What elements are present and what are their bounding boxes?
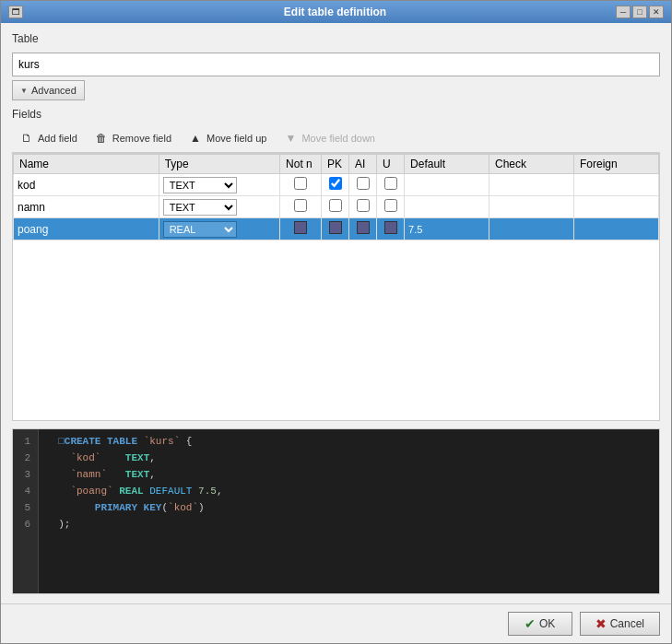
sql-close-paren: );: [58, 519, 70, 530]
table-row[interactable]: namnTEXTREALINTEGERBLOBNUMERIC: [14, 196, 659, 218]
field-type-cell: TEXTREALINTEGERBLOBNUMERIC: [159, 218, 279, 240]
col-default: Default: [405, 155, 489, 174]
sql-poang-name: `poang`: [70, 486, 112, 497]
sql-primary-key: PRIMARY KEY: [70, 502, 161, 513]
fields-table-container: Name Type Not n PK AI U Default Check Fo…: [12, 153, 660, 421]
table-section: Table ▼ Advanced: [12, 32, 660, 100]
table-label: Table: [12, 32, 660, 45]
close-button[interactable]: ✕: [649, 6, 664, 18]
sql-default-val: 7.5: [198, 486, 217, 497]
selected-checkbox-pk[interactable]: [329, 221, 342, 234]
add-field-button[interactable]: 🗋 Add field: [12, 128, 85, 148]
move-down-icon: ▼: [283, 131, 298, 146]
table-row[interactable]: kodTEXTREALINTEGERBLOBNUMERIC: [14, 174, 659, 196]
window-body: Table ▼ Advanced Fields 🗋 Add field 🗑: [1, 23, 671, 603]
field-type-select[interactable]: TEXTREALINTEGERBLOBNUMERIC: [163, 177, 237, 193]
ok-button[interactable]: ✔ OK: [508, 612, 572, 636]
field-name-cell: namn: [14, 196, 159, 218]
sql-content[interactable]: □CREATE TABLE `kurs` { `kod` TEXT, `namn…: [39, 429, 659, 593]
sql-bracket-open: [46, 436, 58, 447]
field-foreign-cell: [574, 174, 659, 196]
sql-pk-field: `kod`: [168, 502, 198, 513]
checkbox-not_null[interactable]: [294, 177, 307, 190]
remove-field-label: Remove field: [112, 133, 171, 144]
field-default-cell: [405, 174, 489, 196]
checkbox-u[interactable]: [384, 177, 397, 190]
field-u-cell: [377, 218, 405, 240]
checkbox-pk[interactable]: [329, 177, 342, 190]
field-pk-cell: [322, 218, 349, 240]
advanced-label: Advanced: [31, 85, 77, 96]
sql-open-brace: {: [186, 436, 193, 447]
sql-table-name: `kurs`: [144, 436, 181, 447]
field-ai-cell: [349, 196, 377, 218]
line-num-2: 2: [20, 450, 30, 466]
col-name: Name: [14, 155, 159, 174]
field-check-cell: [489, 174, 574, 196]
bottom-bar: ✔ OK ✖ Cancel: [1, 603, 671, 643]
col-notnull: Not n: [280, 155, 322, 174]
field-name-cell: poang: [14, 218, 159, 240]
window-title: Edit table definition: [54, 6, 616, 18]
cancel-button[interactable]: ✖ Cancel: [580, 612, 660, 636]
advanced-button[interactable]: ▼ Advanced: [12, 80, 85, 100]
title-bar: 🗖 Edit table definition ─ □ ✕: [1, 1, 671, 23]
move-field-down-button[interactable]: ▼ Move field down: [276, 128, 383, 148]
checkbox-u[interactable]: [384, 199, 397, 212]
table-row[interactable]: poangTEXTREALINTEGERBLOBNUMERIC7.5: [14, 218, 659, 240]
main-window: 🗖 Edit table definition ─ □ ✕ Table ▼ Ad…: [0, 0, 672, 644]
maximize-button[interactable]: □: [632, 6, 647, 18]
field-not_null-cell: [280, 174, 322, 196]
field-foreign-cell: [574, 218, 659, 240]
ok-label: OK: [539, 617, 555, 630]
sql-create: □: [58, 436, 65, 447]
move-up-label: Move field up: [206, 133, 266, 144]
checkbox-not_null[interactable]: [294, 199, 307, 212]
checkbox-ai[interactable]: [357, 177, 370, 190]
sql-namn-name: `namn`: [70, 469, 107, 480]
minimize-button[interactable]: ─: [616, 6, 631, 18]
field-u-cell: [377, 174, 405, 196]
field-name-cell: kod: [14, 174, 159, 196]
sql-section: 1 2 3 4 5 6 □CREATE TABLE `kurs` { `kod`…: [12, 428, 660, 594]
remove-field-icon: 🗑: [94, 131, 109, 146]
fields-label: Fields: [12, 108, 660, 121]
field-not_null-cell: [280, 196, 322, 218]
selected-checkbox-not_null[interactable]: [294, 221, 307, 234]
sql-comma2: ,: [149, 469, 156, 480]
selected-checkbox-u[interactable]: [384, 221, 397, 234]
field-default-cell: 7.5: [405, 218, 489, 240]
field-u-cell: [377, 196, 405, 218]
line-num-5: 5: [20, 499, 30, 516]
ok-icon: ✔: [525, 616, 536, 631]
col-type: Type: [159, 155, 279, 174]
window-icon: 🗖: [8, 6, 23, 18]
sql-kw-create: CREATE TABLE: [65, 436, 137, 447]
title-bar-controls: ─ □ ✕: [616, 6, 664, 18]
field-type-select[interactable]: TEXTREALINTEGERBLOBNUMERIC: [163, 199, 237, 216]
checkbox-ai[interactable]: [357, 199, 370, 212]
sql-namn-type: TEXT: [125, 469, 149, 480]
selected-checkbox-ai[interactable]: [357, 221, 370, 234]
field-type-cell: TEXTREALINTEGERBLOBNUMERIC: [159, 174, 279, 196]
col-foreign: Foreign: [574, 155, 659, 174]
field-pk-cell: [322, 174, 349, 196]
move-field-up-button[interactable]: ▲ Move field up: [181, 128, 274, 148]
col-pk: PK: [322, 155, 349, 174]
fields-table: Name Type Not n PK AI U Default Check Fo…: [13, 154, 659, 240]
line-num-3: 3: [20, 466, 30, 483]
col-ai: AI: [349, 155, 377, 174]
col-check: Check: [489, 155, 574, 174]
checkbox-pk[interactable]: [329, 199, 342, 212]
add-field-label: Add field: [38, 133, 77, 144]
sql-comma1: ,: [149, 452, 156, 463]
field-check-cell: [489, 218, 574, 240]
remove-field-button[interactable]: 🗑 Remove field: [87, 128, 179, 148]
field-type-select[interactable]: TEXTREALINTEGERBLOBNUMERIC: [163, 221, 237, 238]
field-type-cell: TEXTREALINTEGERBLOBNUMERIC: [159, 196, 279, 218]
cancel-label: Cancel: [610, 617, 644, 630]
field-check-cell: [489, 196, 574, 218]
sql-paren-close: ): [198, 502, 205, 513]
table-name-input[interactable]: [12, 53, 660, 76]
fields-section: Fields 🗋 Add field 🗑 Remove field ▲ Move…: [12, 108, 660, 421]
